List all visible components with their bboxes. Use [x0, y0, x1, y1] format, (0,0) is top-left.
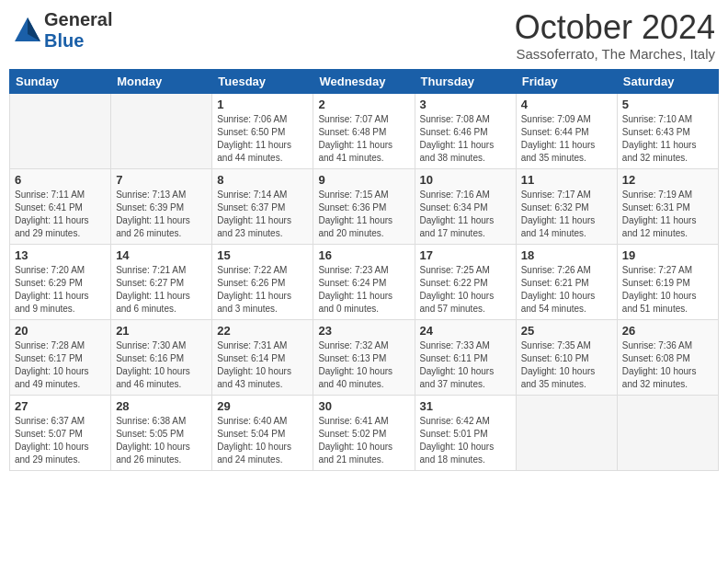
- day-number: 22: [217, 324, 308, 338]
- day-number: 19: [622, 248, 713, 262]
- calendar-cell: 14Sunrise: 7:21 AM Sunset: 6:27 PM Dayli…: [111, 244, 212, 319]
- day-info: Sunrise: 7:21 AM Sunset: 6:27 PM Dayligh…: [116, 264, 207, 316]
- day-info: Sunrise: 7:08 AM Sunset: 6:46 PM Dayligh…: [420, 113, 511, 165]
- day-number: 30: [318, 399, 409, 413]
- day-number: 1: [217, 98, 308, 111]
- calendar-cell: 17Sunrise: 7:25 AM Sunset: 6:22 PM Dayli…: [415, 244, 516, 319]
- day-number: 20: [15, 324, 106, 338]
- day-number: 10: [420, 173, 511, 187]
- calendar-cell: 15Sunrise: 7:22 AM Sunset: 6:26 PM Dayli…: [212, 244, 313, 319]
- calendar-table: SundayMondayTuesdayWednesdayThursdayFrid…: [9, 69, 719, 471]
- calendar-cell: 8Sunrise: 7:14 AM Sunset: 6:37 PM Daylig…: [212, 168, 313, 244]
- day-number: 29: [217, 399, 308, 413]
- calendar-header-row: SundayMondayTuesdayWednesdayThursdayFrid…: [10, 69, 719, 93]
- day-number: 14: [116, 248, 207, 262]
- calendar-header-thursday: Thursday: [415, 69, 516, 93]
- logo-icon: [13, 16, 42, 45]
- day-number: 25: [521, 324, 612, 338]
- calendar-cell: [516, 395, 617, 470]
- calendar-cell: [10, 93, 111, 168]
- day-number: 31: [420, 399, 511, 413]
- day-info: Sunrise: 7:13 AM Sunset: 6:39 PM Dayligh…: [116, 189, 207, 240]
- day-info: Sunrise: 7:30 AM Sunset: 6:16 PM Dayligh…: [116, 339, 207, 391]
- day-number: 21: [116, 324, 207, 338]
- logo: General Blue: [13, 9, 112, 52]
- day-number: 24: [420, 324, 511, 338]
- calendar-cell: 18Sunrise: 7:26 AM Sunset: 6:21 PM Dayli…: [516, 244, 617, 319]
- day-info: Sunrise: 7:28 AM Sunset: 6:17 PM Dayligh…: [15, 339, 106, 391]
- calendar-week-row: 6Sunrise: 7:11 AM Sunset: 6:41 PM Daylig…: [10, 168, 719, 244]
- day-info: Sunrise: 7:19 AM Sunset: 6:31 PM Dayligh…: [622, 189, 713, 240]
- calendar-cell: 26Sunrise: 7:36 AM Sunset: 6:08 PM Dayli…: [617, 319, 718, 395]
- calendar-cell: 11Sunrise: 7:17 AM Sunset: 6:32 PM Dayli…: [516, 168, 617, 244]
- day-info: Sunrise: 7:23 AM Sunset: 6:24 PM Dayligh…: [318, 264, 409, 316]
- day-number: 28: [116, 399, 207, 413]
- calendar-cell: 23Sunrise: 7:32 AM Sunset: 6:13 PM Dayli…: [313, 319, 415, 395]
- calendar-cell: 6Sunrise: 7:11 AM Sunset: 6:41 PM Daylig…: [10, 168, 111, 244]
- calendar-cell: 7Sunrise: 7:13 AM Sunset: 6:39 PM Daylig…: [111, 168, 212, 244]
- day-info: Sunrise: 7:07 AM Sunset: 6:48 PM Dayligh…: [318, 113, 409, 165]
- page-header: General Blue October 2024 Sassoferrato, …: [9, 9, 719, 62]
- day-number: 16: [318, 248, 409, 262]
- day-number: 11: [521, 173, 612, 187]
- calendar-header-sunday: Sunday: [10, 69, 111, 93]
- calendar-week-row: 27Sunrise: 6:37 AM Sunset: 5:07 PM Dayli…: [10, 395, 719, 470]
- calendar-week-row: 13Sunrise: 7:20 AM Sunset: 6:29 PM Dayli…: [10, 244, 719, 319]
- day-info: Sunrise: 6:37 AM Sunset: 5:07 PM Dayligh…: [15, 415, 106, 466]
- logo-blue-text: Blue: [44, 30, 84, 51]
- day-number: 12: [622, 173, 713, 187]
- calendar-header-monday: Monday: [111, 69, 212, 93]
- day-info: Sunrise: 7:20 AM Sunset: 6:29 PM Dayligh…: [15, 264, 106, 316]
- location-text: Sassoferrato, The Marches, Italy: [515, 46, 715, 62]
- day-number: 23: [318, 324, 409, 338]
- calendar-cell: 19Sunrise: 7:27 AM Sunset: 6:19 PM Dayli…: [617, 244, 718, 319]
- day-number: 6: [15, 173, 106, 187]
- day-number: 4: [521, 98, 612, 111]
- logo-general-text: General: [44, 9, 112, 29]
- calendar-cell: 21Sunrise: 7:30 AM Sunset: 6:16 PM Dayli…: [111, 319, 212, 395]
- calendar-week-row: 1Sunrise: 7:06 AM Sunset: 6:50 PM Daylig…: [10, 93, 719, 168]
- calendar-cell: 4Sunrise: 7:09 AM Sunset: 6:44 PM Daylig…: [516, 93, 617, 168]
- calendar-cell: 25Sunrise: 7:35 AM Sunset: 6:10 PM Dayli…: [516, 319, 617, 395]
- calendar-cell: [111, 93, 212, 168]
- day-number: 3: [420, 98, 511, 111]
- calendar-cell: 29Sunrise: 6:40 AM Sunset: 5:04 PM Dayli…: [212, 395, 313, 470]
- calendar-header-friday: Friday: [516, 69, 617, 93]
- calendar-cell: [617, 395, 718, 470]
- day-number: 2: [318, 98, 409, 111]
- day-info: Sunrise: 7:10 AM Sunset: 6:43 PM Dayligh…: [622, 113, 713, 165]
- calendar-week-row: 20Sunrise: 7:28 AM Sunset: 6:17 PM Dayli…: [10, 319, 719, 395]
- day-info: Sunrise: 6:38 AM Sunset: 5:05 PM Dayligh…: [116, 415, 207, 466]
- day-info: Sunrise: 7:16 AM Sunset: 6:34 PM Dayligh…: [420, 189, 511, 240]
- calendar-cell: 24Sunrise: 7:33 AM Sunset: 6:11 PM Dayli…: [415, 319, 516, 395]
- day-info: Sunrise: 7:17 AM Sunset: 6:32 PM Dayligh…: [521, 189, 612, 240]
- calendar-cell: 1Sunrise: 7:06 AM Sunset: 6:50 PM Daylig…: [212, 93, 313, 168]
- title-area: October 2024 Sassoferrato, The Marches, …: [515, 9, 715, 62]
- calendar-cell: 2Sunrise: 7:07 AM Sunset: 6:48 PM Daylig…: [313, 93, 415, 168]
- calendar-cell: 9Sunrise: 7:15 AM Sunset: 6:36 PM Daylig…: [313, 168, 415, 244]
- day-info: Sunrise: 7:25 AM Sunset: 6:22 PM Dayligh…: [420, 264, 511, 316]
- calendar-cell: 3Sunrise: 7:08 AM Sunset: 6:46 PM Daylig…: [415, 93, 516, 168]
- day-info: Sunrise: 7:09 AM Sunset: 6:44 PM Dayligh…: [521, 113, 612, 165]
- calendar-cell: 27Sunrise: 6:37 AM Sunset: 5:07 PM Dayli…: [10, 395, 111, 470]
- calendar-cell: 13Sunrise: 7:20 AM Sunset: 6:29 PM Dayli…: [10, 244, 111, 319]
- day-number: 17: [420, 248, 511, 262]
- day-number: 15: [217, 248, 308, 262]
- day-info: Sunrise: 7:26 AM Sunset: 6:21 PM Dayligh…: [521, 264, 612, 316]
- calendar-cell: 31Sunrise: 6:42 AM Sunset: 5:01 PM Dayli…: [415, 395, 516, 470]
- day-info: Sunrise: 7:32 AM Sunset: 6:13 PM Dayligh…: [318, 339, 409, 391]
- calendar-header-tuesday: Tuesday: [212, 69, 313, 93]
- day-info: Sunrise: 7:06 AM Sunset: 6:50 PM Dayligh…: [217, 113, 308, 165]
- calendar-cell: 16Sunrise: 7:23 AM Sunset: 6:24 PM Dayli…: [313, 244, 415, 319]
- day-info: Sunrise: 6:41 AM Sunset: 5:02 PM Dayligh…: [318, 415, 409, 466]
- day-info: Sunrise: 6:40 AM Sunset: 5:04 PM Dayligh…: [217, 415, 308, 466]
- calendar-header-wednesday: Wednesday: [313, 69, 415, 93]
- day-number: 18: [521, 248, 612, 262]
- calendar-header-saturday: Saturday: [617, 69, 718, 93]
- day-number: 8: [217, 173, 308, 187]
- day-number: 5: [622, 98, 713, 111]
- calendar-cell: 5Sunrise: 7:10 AM Sunset: 6:43 PM Daylig…: [617, 93, 718, 168]
- day-info: Sunrise: 7:31 AM Sunset: 6:14 PM Dayligh…: [217, 339, 308, 391]
- day-number: 26: [622, 324, 713, 338]
- day-number: 13: [15, 248, 106, 262]
